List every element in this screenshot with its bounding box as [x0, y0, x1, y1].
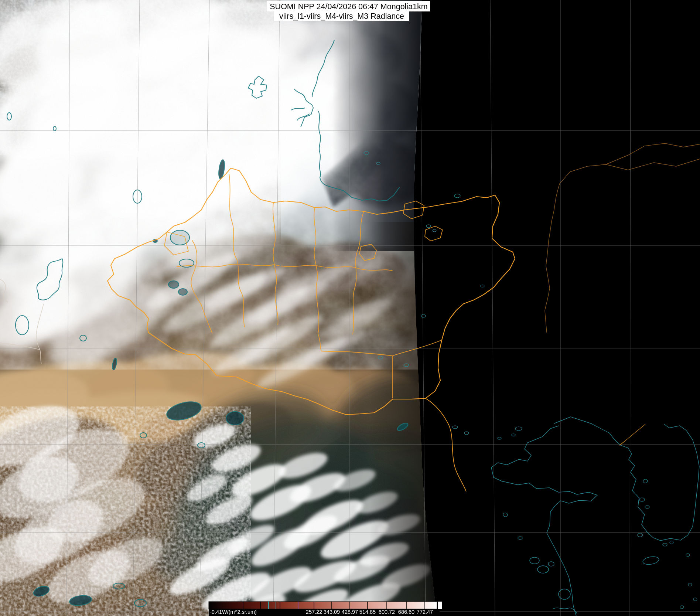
- lake-uvs: [170, 230, 189, 245]
- title-line1: SUOMI NPP 24/04/2026 06:47 Mongolia1km: [270, 2, 427, 11]
- colorbar-tick-label: 772.47: [417, 609, 433, 615]
- colorbar-tick-label: 600.72: [379, 609, 395, 615]
- colorbar-tick-label: 257.22: [306, 609, 322, 615]
- colorbar-tick-labels: 257.22 343.09 428.97 514.85 600.72 686.6…: [306, 609, 433, 615]
- colorbar-tick-label: 343.09: [324, 609, 340, 615]
- lake: [178, 289, 187, 295]
- colorbar-tick-label: 514.85: [359, 609, 376, 615]
- satellite-viewer-screenshot: SUOMI NPP 24/04/2026 06:47 Mongolia1km v…: [0, 0, 700, 616]
- colorbar-tick-label: 428.97: [342, 609, 358, 615]
- satellite-image: SUOMI NPP 24/04/2026 06:47 Mongolia1km v…: [0, 0, 700, 616]
- day-region: [0, 0, 465, 616]
- title-line2: viirs_l1-viirs_M4-viirs_M3 Radiance: [279, 12, 404, 21]
- colorbar-end-cap: [438, 602, 442, 609]
- colorbar: -0.41W/(m^2.sr.um) 257.22 343.09 428.97 …: [209, 602, 442, 616]
- lake: [168, 281, 179, 288]
- colorbar-unit-label: -0.41W/(m^2.sr.um): [210, 609, 257, 615]
- lake-boon-tsagaan: [226, 412, 244, 425]
- colorbar-tick-label: 686.60: [398, 609, 414, 615]
- title-annotation: SUOMI NPP 24/04/2026 06:47 Mongolia1km v…: [267, 1, 430, 21]
